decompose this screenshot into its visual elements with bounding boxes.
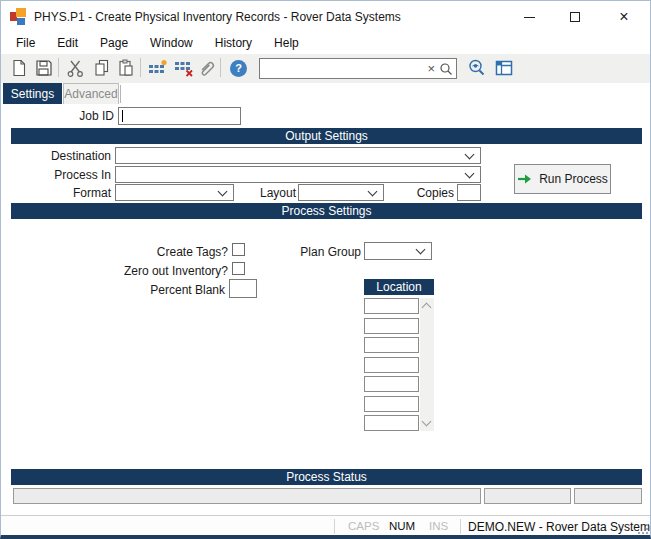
output-settings-header: Output Settings	[11, 128, 642, 144]
app-icon	[10, 8, 28, 26]
process-status-message-field	[13, 488, 481, 504]
attach-icon	[197, 59, 216, 78]
help-button[interactable]: ?	[227, 57, 250, 79]
save-button[interactable]	[32, 57, 55, 79]
help-icon: ?	[230, 60, 247, 77]
location-input[interactable]	[364, 415, 419, 431]
num-lock-indicator: NUM	[389, 520, 415, 532]
location-header: Location	[364, 279, 434, 295]
close-icon: ×	[619, 9, 628, 25]
layout-label: Layout	[191, 185, 296, 201]
insert-row-button[interactable]	[146, 57, 169, 79]
copies-label: Copies	[344, 185, 454, 201]
new-document-button[interactable]	[7, 57, 30, 79]
copy-button[interactable]	[90, 57, 113, 79]
status-bar: CAPS NUM INS DEMO.NEW - Rover Data Syste…	[1, 515, 650, 536]
search-input[interactable]	[260, 60, 424, 77]
menu-bar: File Edit Page Window History Help	[1, 33, 650, 54]
run-arrow-icon	[517, 172, 533, 186]
destination-select[interactable]	[115, 147, 481, 164]
search-icon[interactable]	[438, 61, 454, 77]
run-process-button[interactable]: Run Process	[514, 164, 611, 194]
insert-mode-indicator: INS	[429, 520, 448, 532]
delete-row-icon	[174, 59, 194, 77]
zero-out-inventory-label: Zero out Inventory?	[1, 263, 228, 279]
search-field: ×	[259, 58, 457, 79]
chevron-down-icon	[465, 149, 475, 159]
cut-icon	[66, 59, 85, 78]
resize-grip[interactable]	[636, 522, 648, 534]
menu-page[interactable]: Page	[89, 33, 139, 54]
menu-file[interactable]: File	[5, 33, 46, 54]
location-input[interactable]	[364, 396, 419, 412]
scroll-down-icon[interactable]	[422, 417, 432, 427]
toolbar-separator	[220, 58, 221, 77]
location-list	[364, 298, 419, 431]
close-button[interactable]: ×	[597, 2, 651, 32]
job-id-input[interactable]	[118, 107, 241, 125]
save-icon	[35, 59, 53, 77]
menu-help[interactable]: Help	[263, 33, 310, 54]
titlebar: PHYS.P1 - Create Physical Inventory Reco…	[1, 1, 650, 33]
toolbar-separator	[140, 58, 141, 77]
location-input[interactable]	[364, 318, 419, 334]
percent-blank-label: Percent Blank	[1, 282, 225, 298]
connection-label: DEMO.NEW - Rover Data Systems	[468, 520, 651, 534]
minimize-icon	[524, 17, 535, 18]
tab-strip-edge	[120, 85, 121, 103]
maximize-icon	[570, 12, 580, 22]
caps-lock-indicator: CAPS	[348, 520, 379, 532]
run-process-label: Run Process	[539, 172, 608, 186]
percent-blank-input[interactable]	[229, 279, 257, 298]
process-status-field-2	[484, 488, 571, 504]
location-input[interactable]	[364, 376, 419, 392]
menu-edit[interactable]: Edit	[46, 33, 89, 54]
new-document-icon	[10, 59, 28, 77]
text-cursor	[122, 110, 123, 122]
plan-group-select[interactable]	[364, 242, 432, 260]
destination-label: Destination	[1, 148, 111, 164]
job-id-label: Job ID	[1, 108, 114, 124]
chevron-down-icon	[465, 168, 475, 178]
zero-out-inventory-checkbox[interactable]	[232, 262, 245, 275]
process-status-field-3	[574, 488, 642, 504]
location-input[interactable]	[364, 337, 419, 353]
app-icon-orange-square	[16, 8, 26, 17]
maximize-button[interactable]	[552, 2, 597, 32]
layout-grid-icon	[494, 58, 514, 78]
layout-grid-button[interactable]	[492, 57, 515, 79]
toolbar-separator	[58, 58, 59, 77]
window-title: PHYS.P1 - Create Physical Inventory Reco…	[34, 10, 401, 24]
paste-button[interactable]	[114, 57, 137, 79]
process-in-label: Process In	[1, 167, 111, 183]
copies-input[interactable]	[457, 184, 481, 201]
menu-window[interactable]: Window	[139, 33, 204, 54]
app-window: PHYS.P1 - Create Physical Inventory Reco…	[0, 0, 651, 539]
attach-button[interactable]	[195, 57, 218, 79]
insert-row-icon	[148, 59, 168, 77]
statusbar-separator	[334, 519, 335, 534]
process-in-select[interactable]	[115, 166, 481, 183]
scroll-up-icon[interactable]	[422, 303, 432, 313]
tab-advanced[interactable]: Advanced	[63, 83, 119, 104]
location-input[interactable]	[364, 298, 419, 314]
app-icon-blue-square	[17, 18, 25, 25]
tab-settings[interactable]: Settings	[3, 83, 62, 104]
minimize-button[interactable]	[507, 2, 552, 32]
zoom-preview-button[interactable]	[465, 57, 488, 79]
cut-button[interactable]	[64, 57, 87, 79]
copy-icon	[93, 59, 111, 77]
chevron-down-icon	[416, 245, 426, 255]
search-clear-icon[interactable]: ×	[424, 62, 438, 75]
statusbar-separator	[460, 519, 461, 534]
location-input[interactable]	[364, 357, 419, 373]
paste-icon	[117, 59, 135, 77]
zoom-preview-icon	[467, 58, 487, 78]
delete-row-button[interactable]	[172, 57, 195, 79]
process-status-header: Process Status	[11, 469, 642, 485]
process-settings-header: Process Settings	[11, 203, 642, 219]
create-tags-label: Create Tags?	[1, 244, 228, 260]
location-scrollbar[interactable]	[420, 298, 434, 431]
menu-history[interactable]: History	[204, 33, 263, 54]
plan-group-label: Plan Group	[241, 244, 361, 260]
